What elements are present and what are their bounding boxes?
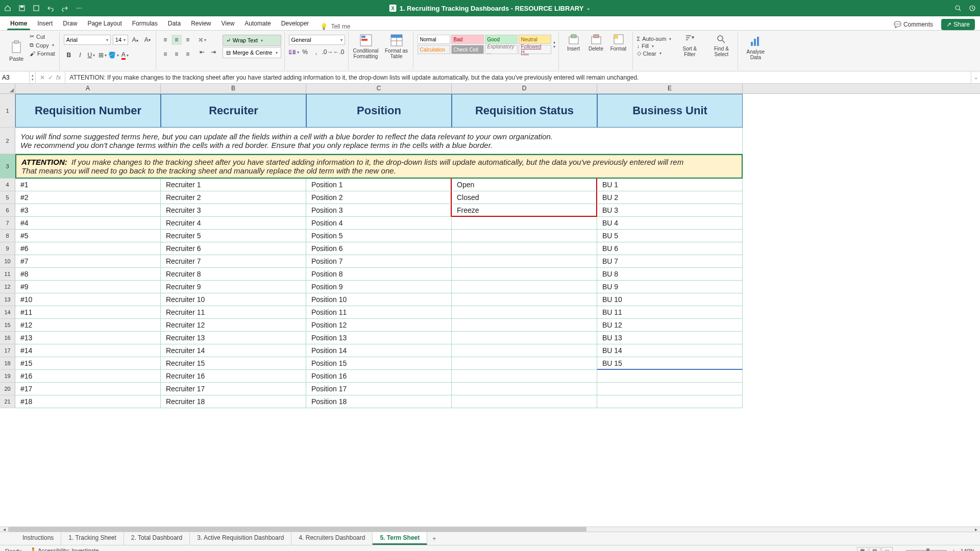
increase-decimal-button[interactable]: .0→ — [323, 47, 333, 57]
history-icon[interactable] — [969, 5, 976, 12]
cell-a21[interactable]: #18 — [15, 395, 161, 408]
scroll-thumb[interactable] — [8, 527, 586, 532]
paste-button[interactable]: Paste — [6, 33, 27, 69]
cell-c21[interactable]: Position 18 — [306, 395, 452, 408]
cell-c17[interactable]: Position 14 — [306, 344, 452, 357]
cell-c15[interactable]: Position 12 — [306, 319, 452, 332]
cell-a20[interactable]: #17 — [15, 383, 161, 395]
wrap-text-button[interactable]: ⤶Wrap Text▾ — [223, 35, 281, 46]
increase-indent-button[interactable]: ⇥ — [208, 47, 218, 57]
zoom-out-button[interactable]: − — [898, 548, 901, 552]
attention-cell[interactable]: ATTENTION: If you make changes to the tr… — [15, 154, 743, 179]
row-header[interactable]: 14 — [0, 306, 15, 319]
header-cell-c[interactable]: Position — [306, 94, 452, 128]
insert-cells-button[interactable]: Insert — [563, 34, 584, 52]
row-header[interactable]: 1 — [0, 94, 15, 128]
copy-button[interactable]: ⧉Copy▾ — [29, 41, 56, 49]
row-header[interactable]: 12 — [0, 281, 15, 293]
cell-c14[interactable]: Position 11 — [306, 306, 452, 319]
cell-b21[interactable]: Recruiter 18 — [161, 395, 306, 408]
autosave-icon[interactable] — [33, 5, 40, 12]
scroll-left-icon[interactable]: ◂ — [0, 527, 8, 532]
cell-d21[interactable] — [452, 395, 597, 408]
home-icon[interactable] — [4, 5, 11, 12]
sheet-tab-5[interactable]: 5. Term Sheet — [373, 532, 427, 545]
cell-d11[interactable] — [452, 268, 597, 281]
style-calculation[interactable]: Calculation — [418, 45, 450, 54]
cell-b9[interactable]: Recruiter 6 — [161, 242, 306, 255]
borders-button[interactable]: ⊞▾ — [97, 50, 108, 60]
conditional-formatting-button[interactable]: Conditional Formatting — [353, 34, 379, 59]
cell-c18[interactable]: Position 15 — [306, 357, 452, 370]
cell-d13[interactable] — [452, 293, 597, 306]
row-header[interactable]: 19 — [0, 370, 15, 383]
cell-c6[interactable]: Position 3 — [306, 204, 452, 217]
cell-b19[interactable]: Recruiter 16 — [161, 370, 306, 383]
accept-formula-icon[interactable]: ✓ — [48, 74, 53, 81]
cell-b20[interactable]: Recruiter 17 — [161, 383, 306, 395]
tab-home[interactable]: Home — [5, 18, 32, 30]
row-header[interactable]: 16 — [0, 332, 15, 344]
number-format-select[interactable]: General▾ — [289, 35, 345, 45]
cell-b10[interactable]: Recruiter 7 — [161, 255, 306, 268]
cell-a19[interactable]: #16 — [15, 370, 161, 383]
zoom-level[interactable]: 140% — [961, 548, 975, 552]
cell-e18[interactable]: BU 15 — [597, 357, 743, 370]
row-header[interactable]: 2 — [0, 128, 15, 154]
cell-e20[interactable] — [597, 383, 743, 395]
header-cell-a[interactable]: Requisition Number — [15, 94, 161, 128]
tab-formulas[interactable]: Formulas — [127, 18, 163, 30]
format-as-table-button[interactable]: Format as Table — [383, 34, 410, 59]
cell-d7[interactable] — [452, 217, 597, 230]
name-box[interactable]: A3 — [0, 71, 30, 83]
row-header[interactable]: 15 — [0, 319, 15, 332]
style-good[interactable]: Good — [485, 35, 518, 44]
delete-cells-button[interactable]: Delete — [585, 34, 607, 52]
horizontal-scrollbar[interactable]: ◂ ▸ — [0, 527, 980, 532]
align-top-button[interactable]: ≡ — [160, 35, 170, 45]
cell-c13[interactable]: Position 10 — [306, 293, 452, 306]
cell-e4[interactable]: BU 1 — [597, 179, 743, 191]
cell-a10[interactable]: #7 — [15, 255, 161, 268]
cell-e13[interactable]: BU 10 — [597, 293, 743, 306]
cell-a4[interactable]: #1 — [15, 179, 161, 191]
row-header[interactable]: 5 — [0, 191, 15, 204]
styles-up-icon[interactable]: ▴ — [553, 40, 555, 44]
row-header[interactable]: 13 — [0, 293, 15, 306]
cell-e6[interactable]: BU 3 — [597, 204, 743, 217]
header-cell-e[interactable]: Business Unit — [597, 94, 743, 128]
header-cell-b[interactable]: Recruiter — [161, 94, 306, 128]
tab-developer[interactable]: Developer — [276, 18, 314, 30]
tab-draw[interactable]: Draw — [58, 18, 82, 30]
cell-b14[interactable]: Recruiter 11 — [161, 306, 306, 319]
row-header[interactable]: 21 — [0, 395, 15, 408]
style-normal[interactable]: Normal — [418, 35, 450, 44]
cell-e11[interactable]: BU 8 — [597, 268, 743, 281]
cell-e17[interactable]: BU 14 — [597, 344, 743, 357]
cell-a8[interactable]: #5 — [15, 230, 161, 242]
cell-a5[interactable]: #2 — [15, 191, 161, 204]
cell-a13[interactable]: #10 — [15, 293, 161, 306]
fill-button[interactable]: ↓Fill▾ — [637, 43, 672, 49]
cell-d16[interactable] — [452, 332, 597, 344]
tab-page-layout[interactable]: Page Layout — [82, 18, 127, 30]
italic-button[interactable]: I — [75, 50, 85, 60]
cell-d19[interactable] — [452, 370, 597, 383]
cell-d20[interactable] — [452, 383, 597, 395]
header-cell-d[interactable]: Requisition Status — [452, 94, 597, 128]
cell-c16[interactable]: Position 13 — [306, 332, 452, 344]
row-header[interactable]: 9 — [0, 242, 15, 255]
cell-styles-gallery[interactable]: Normal Bad Good Neutral Calculation Chec… — [418, 35, 551, 54]
fx-icon[interactable]: fx — [56, 74, 61, 81]
cell-b12[interactable]: Recruiter 9 — [161, 281, 306, 293]
cell-c7[interactable]: Position 4 — [306, 217, 452, 230]
column-header-d[interactable]: D — [452, 84, 597, 93]
title-dropdown-icon[interactable]: ⌄ — [586, 6, 591, 11]
cell-b6[interactable]: Recruiter 3 — [161, 204, 306, 217]
tab-view[interactable]: View — [216, 18, 240, 30]
sheet-tab-0[interactable]: Instructions — [15, 532, 61, 545]
cell-e19[interactable] — [597, 370, 743, 383]
font-color-button[interactable]: A▾ — [120, 50, 130, 60]
expand-formula-bar-icon[interactable]: ⌄ — [971, 71, 980, 83]
add-sheet-button[interactable]: + — [427, 535, 441, 542]
